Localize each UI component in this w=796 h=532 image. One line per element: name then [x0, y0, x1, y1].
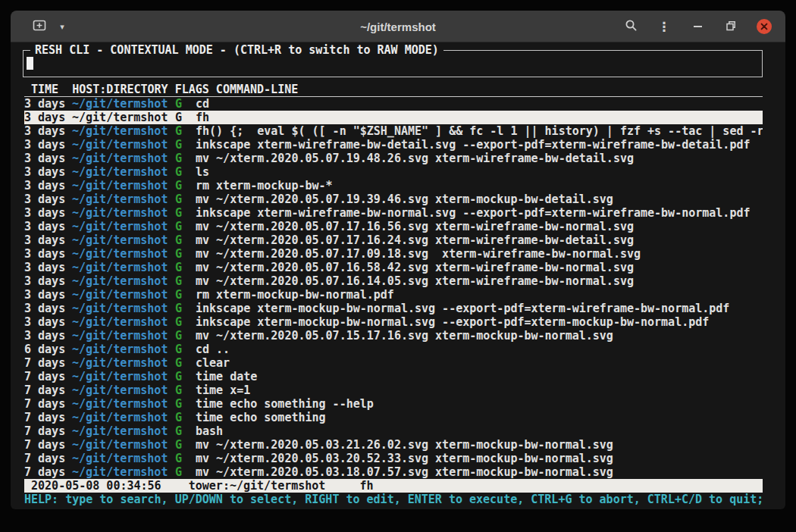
history-command: mv ~/xterm.2020.05.07.19.48.26.svg xterm… [196, 152, 634, 165]
history-row[interactable]: 7 days~/git/termshotGtime date [24, 370, 763, 383]
history-flags: G [175, 97, 196, 111]
history-directory: ~/git/termshot [72, 329, 175, 343]
history-row[interactable]: 3 days~/git/termshotGinkscape xterm-wire… [24, 138, 763, 152]
terminal-screen[interactable]: RESH CLI - CONTEXTUAL MODE - (CTRL+R to … [11, 42, 785, 509]
history-flags: G [175, 233, 196, 247]
new-tab-icon [33, 19, 46, 34]
history-command: mv ~/xterm.2020.05.07.19.39.46.svg xterm… [196, 192, 613, 206]
history-command: clear [196, 356, 230, 370]
history-row[interactable]: 3 days~/git/termshotGinkscape xterm-mock… [24, 302, 763, 315]
history-row[interactable]: 7 days~/git/termshotGbash [24, 424, 763, 438]
history-directory: ~/git/termshot [72, 124, 175, 138]
history-row[interactable]: 6 days~/git/termshotGcd .. [24, 343, 763, 356]
history-time: 3 days [24, 261, 72, 274]
history-row[interactable]: 3 days~/git/termshotGfh() {; eval $( ([ … [24, 124, 763, 138]
history-time: 3 days [24, 329, 72, 343]
history-time: 3 days [24, 165, 72, 179]
history-row[interactable]: 7 days~/git/termshotGclear [24, 356, 763, 370]
history-flags: G [175, 383, 196, 397]
history-command: mv ~/xterm.2020.05.07.17.16.24.svg xterm… [196, 233, 634, 247]
history-row[interactable]: 3 days~/git/termshotGmv ~/xterm.2020.05.… [24, 261, 763, 274]
history-directory: ~/git/termshot [72, 356, 175, 370]
history-flags: G [175, 424, 196, 438]
history-command: bash [196, 424, 223, 438]
history-row[interactable]: 3 days~/git/termshotGmv ~/xterm.2020.05.… [24, 247, 763, 261]
search-input[interactable] [24, 51, 762, 77]
history-command: ls [196, 165, 209, 179]
history-directory: ~/git/termshot [72, 315, 175, 329]
history-row[interactable]: 3 days~/git/termshotGfh [24, 111, 763, 124]
history-row[interactable]: 3 days~/git/termshotGls [24, 165, 763, 179]
history-time: 3 days [24, 220, 72, 233]
history-command: inkscape xterm-wireframe-bw-normal.svg -… [196, 206, 751, 220]
history-row[interactable]: 3 days~/git/termshotGmv ~/xterm.2020.05.… [24, 192, 763, 206]
history-flags: G [175, 370, 196, 383]
minimize-button[interactable] [688, 16, 707, 37]
history-command: mv ~/xterm.2020.05.07.16.58.42.svg xterm… [196, 261, 634, 274]
history-row[interactable]: 3 days~/git/termshotGmv ~/xterm.2020.05.… [24, 152, 763, 165]
history-time: 3 days [24, 124, 72, 138]
history-flags: G [175, 206, 196, 220]
history-command: mv ~/xterm.2020.05.07.17.09.18.svg xterm… [196, 247, 641, 261]
history-directory: ~/git/termshot [72, 383, 175, 397]
close-icon [757, 19, 772, 34]
history-directory: ~/git/termshot [72, 261, 175, 274]
restore-button[interactable] [722, 16, 740, 37]
terminal-window: ▾ ~/git/termshot ⋮ [11, 11, 785, 509]
history-row[interactable]: 3 days~/git/termshotGmv ~/xterm.2020.05.… [24, 329, 763, 343]
history-flags: G [175, 411, 196, 424]
history-row[interactable]: 7 days~/git/termshotGtime x=1 [24, 383, 763, 397]
titlebar[interactable]: ▾ ~/git/termshot ⋮ [11, 11, 785, 42]
history-row[interactable]: 7 days~/git/termshotGtime echo something [24, 411, 763, 424]
search-icon [625, 19, 638, 34]
tab-dropdown-button[interactable]: ▾ [53, 16, 71, 37]
history-command: rm xterm-mockup-bw-normal.pdf [196, 288, 394, 302]
history-row[interactable]: 3 days~/git/termshotGmv ~/xterm.2020.05.… [24, 220, 763, 233]
close-button[interactable] [755, 16, 773, 37]
history-row[interactable]: 3 days~/git/termshotGinkscape xterm-mock… [24, 315, 763, 329]
history-directory: ~/git/termshot [72, 424, 175, 438]
history-directory: ~/git/termshot [72, 152, 175, 165]
history-command: mv ~/xterm.2020.05.07.15.17.16.svg xterm… [196, 329, 613, 343]
search-button[interactable] [622, 16, 640, 37]
history-row[interactable]: 7 days~/git/termshotGmv ~/xterm.2020.05.… [24, 452, 763, 465]
history-time: 3 days [24, 111, 72, 124]
history-time: 7 days [24, 465, 72, 479]
history-directory: ~/git/termshot [72, 233, 175, 247]
history-row[interactable]: 3 days~/git/termshotGcd [24, 97, 763, 111]
history-time: 7 days [24, 397, 72, 411]
history-row[interactable]: 3 days~/git/termshotGrm xterm-mockup-bw-… [24, 179, 763, 192]
history-directory: ~/git/termshot [72, 370, 175, 383]
history-directory: ~/git/termshot [72, 302, 175, 315]
history-directory: ~/git/termshot [72, 397, 175, 411]
history-row[interactable]: 3 days~/git/termshotGrm xterm-mockup-bw-… [24, 288, 763, 302]
history-row[interactable]: 7 days~/git/termshotGmv ~/xterm.2020.05.… [24, 465, 763, 479]
history-flags: G [175, 179, 196, 192]
history-time: 3 days [24, 179, 72, 192]
history-row[interactable]: 3 days~/git/termshotGinkscape xterm-wire… [24, 206, 763, 220]
history-command: inkscape xterm-mockup-bw-normal.svg --ex… [196, 315, 709, 329]
history-row[interactable]: 7 days~/git/termshotGmv ~/xterm.2020.05.… [24, 438, 763, 452]
history-time: 3 days [24, 97, 72, 111]
history-list: 3 days~/git/termshotGcd3 days~/git/terms… [24, 97, 763, 479]
history-flags: G [175, 302, 196, 315]
history-command: inkscape xterm-wireframe-bw-detail.svg -… [196, 138, 751, 152]
history-row[interactable]: 3 days~/git/termshotGmv ~/xterm.2020.05.… [24, 274, 763, 288]
history-time: 6 days [24, 343, 72, 356]
new-tab-button[interactable] [30, 16, 49, 37]
history-row[interactable]: 3 days~/git/termshotGmv ~/xterm.2020.05.… [24, 233, 763, 247]
history-command: fh [196, 111, 209, 124]
history-directory: ~/git/termshot [72, 247, 175, 261]
menu-button[interactable]: ⋮ [655, 16, 673, 37]
history-flags: G [175, 152, 196, 165]
history-time: 3 days [24, 233, 72, 247]
history-command: cd [196, 97, 209, 111]
history-directory: ~/git/termshot [72, 438, 175, 452]
status-bar: 2020-05-08 00:34:56 tower:~/git/termshot… [24, 479, 763, 493]
history-flags: G [175, 111, 196, 124]
history-flags: G [175, 315, 196, 329]
history-command: fh() {; eval $( ([ -n "$ZSH_NAME" ] && f… [196, 124, 763, 138]
titlebar-right-group: ⋮ [622, 11, 773, 42]
history-row[interactable]: 7 days~/git/termshotGtime echo something… [24, 397, 763, 411]
history-directory: ~/git/termshot [72, 179, 175, 192]
